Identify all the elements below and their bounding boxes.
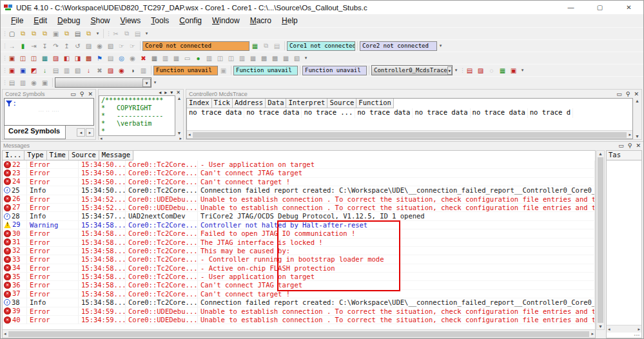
- program-browser-icon[interactable]: ◫: [17, 53, 28, 63]
- toolbar-grip[interactable]: ⋮: [2, 79, 6, 86]
- scroll-left-icon[interactable]: ◂: [100, 136, 102, 141]
- macro-play-icon[interactable]: ▥: [17, 77, 28, 88]
- messages-column-header[interactable]: Type: [24, 151, 46, 160]
- scroll-up-icon[interactable]: ▲: [598, 151, 603, 156]
- trace-column-header[interactable]: Source: [327, 99, 356, 108]
- close-button[interactable]: ✕: [176, 90, 181, 95]
- toolbar-overflow-button[interactable]: ▾: [437, 43, 444, 48]
- manual-halt-icon[interactable]: ☞: [127, 41, 138, 51]
- download-icon[interactable]: ↓: [39, 65, 50, 75]
- editor-horizontal-scrollbar[interactable]: ◂ ▸: [99, 136, 183, 141]
- toolbar-overflow-button[interactable]: ▾: [151, 80, 159, 85]
- spray-trace-icon[interactable]: ◌: [486, 65, 497, 75]
- tasks-horizontal-scrollbar[interactable]: ◂ ▸: [607, 325, 641, 333]
- toolbar-grip[interactable]: ⋮: [2, 43, 6, 49]
- macro-stop-icon[interactable]: ◉: [28, 77, 39, 88]
- toolbar-grip[interactable]: ⋮: [2, 30, 6, 37]
- menu-item[interactable]: Views: [115, 15, 146, 26]
- sync-cores-icon[interactable]: ◑: [127, 65, 138, 75]
- reset-run-icon[interactable]: ▧: [105, 41, 116, 51]
- hot-attach-icon[interactable]: ◉: [116, 65, 127, 75]
- messages-horizontal-scrollbar[interactable]: ◂ ▸: [3, 329, 595, 338]
- window-menu-button[interactable]: ▾: [170, 90, 173, 95]
- reset-icon[interactable]: ◉: [94, 41, 105, 51]
- function-status-box-1[interactable]: Function unavail: [233, 66, 298, 75]
- message-row[interactable]: 30 Error 15:34:58... Core0::Tc2Core... F…: [3, 229, 595, 238]
- load-symbols-icon[interactable]: ⧉: [260, 41, 271, 51]
- toolbar-grip[interactable]: ⋮: [2, 67, 6, 73]
- toolbar-grip[interactable]: ⋮: [2, 55, 6, 61]
- scroll-up-icon[interactable]: ▲: [177, 96, 182, 101]
- messages-column-header[interactable]: Message: [99, 151, 133, 160]
- menu-item[interactable]: Config: [174, 15, 207, 26]
- new-file-icon[interactable]: ▢: [6, 28, 17, 39]
- trace-horizontal-scrollbar[interactable]: ◂ ▸: [187, 130, 632, 139]
- message-row[interactable]: 27 Error 15:34:52... Core0::UDEDebu... U…: [3, 204, 595, 212]
- target-chip-icon[interactable]: ▦: [249, 41, 260, 51]
- messages-vertical-scrollbar[interactable]: ▲ ▼: [596, 150, 605, 330]
- restart-icon[interactable]: ⇥: [28, 41, 39, 51]
- scroll-left-icon[interactable]: ◂: [4, 331, 6, 336]
- message-row[interactable]: 24 Error 15:34:50... Core0::Tc2Core... C…: [3, 178, 595, 186]
- menu-item[interactable]: Tools: [146, 15, 174, 26]
- message-row[interactable]: 22 Error 15:34:50... Core0::Tc2Core... -…: [3, 160, 595, 169]
- watch-window-icon[interactable]: ◧: [61, 53, 72, 63]
- menu-item[interactable]: Edit: [28, 15, 52, 26]
- trace-column-header[interactable]: Interpret: [286, 99, 327, 108]
- toolbar-grip[interactable]: ⋮: [106, 30, 110, 37]
- editor-vertical-scrollbar[interactable]: ▲ ▼: [175, 95, 183, 136]
- message-row[interactable]: 38 Info 15:34:58... Core0::Tc2Core... Co…: [3, 298, 595, 307]
- continue-icon[interactable]: →: [6, 41, 17, 51]
- tab-scroll-right-button[interactable]: ▸: [86, 128, 94, 137]
- filter-funnel-icon[interactable]: [6, 101, 12, 107]
- columns-window-icon[interactable]: ▥: [237, 53, 248, 63]
- scroll-left-icon[interactable]: ◂: [608, 327, 610, 332]
- tasks-column-header[interactable]: Tas: [607, 151, 641, 160]
- pin-button[interactable]: ⚲: [626, 91, 630, 97]
- trace-column-header[interactable]: Address: [233, 99, 266, 108]
- close-button[interactable]: ✕: [614, 1, 643, 14]
- chip-view-icon[interactable]: ▦: [149, 53, 160, 63]
- chart-window-icon[interactable]: ▥: [204, 53, 215, 63]
- messages-column-header[interactable]: Time: [47, 151, 69, 160]
- trace-column-header[interactable]: Data: [266, 99, 286, 108]
- message-row[interactable]: 32 Error 15:34:58... Core0::Tc2Core... T…: [3, 247, 595, 255]
- message-row[interactable]: 23 Error 15:34:50... Core0::Tc2Core... C…: [3, 169, 595, 177]
- chevron-down-icon[interactable]: ▼: [447, 66, 452, 75]
- layout-window-icon[interactable]: ◫: [215, 53, 226, 63]
- terminal-icon[interactable]: ▭: [182, 53, 193, 63]
- close-button[interactable]: ✕: [636, 142, 641, 149]
- save-workspace-icon[interactable]: ⧉: [39, 28, 50, 39]
- compare-icon[interactable]: ▥: [138, 65, 149, 75]
- resize-grip[interactable]: ▪▪▪: [607, 333, 641, 338]
- trace-table-row[interactable]: no trace datano trace datano trace ...no…: [187, 108, 632, 118]
- save-file-icon[interactable]: ▣: [50, 28, 61, 39]
- grid-window-icon[interactable]: ▦: [248, 53, 259, 63]
- trace-train-icon[interactable]: ▩: [269, 53, 280, 63]
- close-button[interactable]: ✕: [634, 91, 639, 97]
- chevron-down-icon[interactable]: ▼: [142, 79, 151, 87]
- open-project-icon[interactable]: ⧉: [61, 28, 72, 39]
- message-row[interactable]: 31 Error 15:34:58... Core0::Tc2Core... T…: [3, 238, 595, 247]
- function-status-box-2[interactable]: Function unavail: [302, 66, 367, 75]
- message-row[interactable]: 26 Error 15:34:52... Core0::UDEDebu... U…: [3, 195, 595, 204]
- macro-edit-icon[interactable]: ▣: [39, 77, 50, 88]
- message-row[interactable]: 33 Error 15:34:58... Core0::Tc2Core... -…: [3, 255, 595, 264]
- trace-config-icon[interactable]: ▣: [508, 65, 519, 75]
- restore-button[interactable]: ▢: [585, 1, 614, 14]
- menu-item[interactable]: Show: [85, 15, 115, 26]
- target-manager-icon[interactable]: ▣: [6, 53, 17, 63]
- scrollbar-thumb[interactable]: [193, 132, 627, 138]
- scrollbar-thumb[interactable]: [8, 331, 590, 337]
- open-workspace-icon[interactable]: ⧉: [28, 28, 39, 39]
- trace-vertical-scrollbar[interactable]: ▲ ▼: [633, 98, 641, 139]
- menu-item[interactable]: File: [6, 15, 28, 26]
- back-button[interactable]: ◂: [159, 90, 161, 95]
- toolbar-overflow-button[interactable]: ▾: [453, 68, 460, 73]
- erase-icon[interactable]: ▧: [72, 65, 83, 75]
- trace-terminal-icon[interactable]: ▦: [497, 65, 508, 75]
- scroll-left-icon[interactable]: ◂: [188, 132, 191, 137]
- step-into-icon[interactable]: ↧: [39, 41, 50, 51]
- menu-item[interactable]: Debug: [52, 15, 85, 26]
- message-row[interactable]: 37 Error 15:34:58... Core0::Tc2Core... C…: [3, 290, 595, 298]
